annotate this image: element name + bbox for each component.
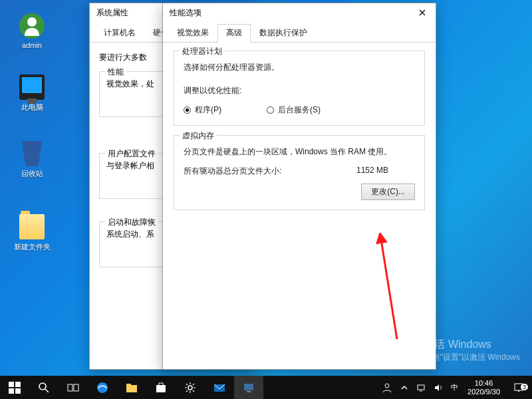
notification-badge: 3: [521, 384, 528, 390]
tray-clock[interactable]: 10:46 2020/9/30: [462, 379, 505, 395]
desktop-icon-new-folder[interactable]: 新建文件夹: [5, 213, 59, 252]
tray-people[interactable]: [378, 376, 396, 399]
ime-label: 中: [451, 382, 458, 392]
svg-point-14: [188, 386, 192, 390]
radio-icon: [267, 106, 274, 114]
volume-icon: [434, 383, 443, 392]
tab-advanced[interactable]: 高级: [217, 24, 251, 43]
close-button[interactable]: [409, 3, 436, 22]
desktop-icon-recycle-bin[interactable]: 回收站: [5, 140, 59, 179]
dialog-body: 处理器计划 选择如何分配处理器资源。 调整以优化性能: 程序(P) 后台服务(S…: [163, 43, 436, 227]
tab-computer-name[interactable]: 计算机名: [95, 24, 144, 43]
icon-label: 此电脑: [5, 102, 59, 112]
radio-label: 后台服务(S): [278, 104, 321, 116]
cpu-desc: 选择如何分配处理器资源。: [184, 62, 415, 73]
window-title: 系统属性: [96, 7, 128, 19]
tray-ime[interactable]: 中: [447, 376, 462, 399]
taskbar-app-store[interactable]: [146, 376, 176, 399]
radio-row: 程序(P) 后台服务(S): [184, 104, 415, 116]
desktop-icon-this-pc[interactable]: 此电脑: [5, 73, 59, 112]
tab-dep[interactable]: 数据执行保护: [251, 24, 316, 43]
svg-rect-12: [156, 385, 166, 392]
task-view-icon: [67, 382, 79, 394]
svg-rect-3: [9, 388, 14, 394]
group-legend: 处理器计划: [180, 46, 225, 57]
tab-bar: 视觉效果 高级 数据执行保护: [163, 23, 436, 43]
vm-size-row: 所有驱动器总分页文件大小: 1152 MB: [184, 166, 415, 177]
mail-icon: [213, 382, 225, 394]
start-button[interactable]: [0, 376, 29, 399]
group-legend: 用户配置文件: [105, 148, 158, 160]
optimize-label: 调整以优化性能:: [184, 85, 415, 96]
vm-size-label: 所有驱动器总分页文件大小:: [184, 166, 281, 177]
radio-label: 程序(P): [195, 104, 221, 116]
svg-rect-1: [9, 382, 14, 387]
people-icon: [382, 382, 392, 393]
window-title: 性能选项: [170, 7, 201, 19]
vm-desc: 分页文件是硬盘上的一块区域，Windows 当作 RAM 使用。: [184, 146, 415, 158]
recycle-bin-icon: [19, 141, 45, 166]
computer-icon: [19, 74, 45, 100]
close-icon: [419, 9, 426, 16]
icon-label: 新建文件夹: [5, 242, 59, 252]
svg-point-5: [39, 383, 46, 390]
group-processor-scheduling: 处理器计划 选择如何分配处理器资源。 调整以优化性能: 程序(P) 后台服务(S…: [174, 51, 425, 126]
tray-volume[interactable]: [430, 376, 447, 399]
svg-rect-16: [244, 384, 253, 390]
folder-icon: [19, 214, 45, 239]
taskbar-app-edge[interactable]: [88, 376, 117, 399]
windows-logo-icon: [9, 382, 21, 394]
clock-date: 2020/9/30: [467, 388, 500, 396]
svg-rect-7: [68, 384, 72, 391]
clock-time: 10:46: [467, 379, 500, 387]
search-button[interactable]: [29, 376, 59, 399]
group-legend: 性能: [105, 66, 126, 78]
taskbar-app-mail[interactable]: [205, 376, 234, 399]
button-row: 更改(C)...: [184, 184, 415, 200]
svg-line-6: [45, 389, 49, 392]
edge-icon: [96, 382, 108, 394]
taskbar: 中 10:46 2020/9/30 3: [0, 376, 532, 399]
tab-visual-effects[interactable]: 视觉效果: [168, 24, 217, 43]
vm-size-value: 1152 MB: [356, 166, 388, 177]
gear-icon: [184, 382, 196, 394]
radio-background-services[interactable]: 后台服务(S): [267, 104, 321, 116]
tray-notifications[interactable]: 3: [505, 382, 532, 393]
taskbar-app-system[interactable]: [234, 376, 263, 399]
dialog-performance-options: 性能选项 视觉效果 高级 数据执行保护 处理器计划 选择如何分配处理器资源。 调…: [162, 3, 436, 370]
svg-rect-8: [74, 384, 78, 391]
taskbar-app-explorer[interactable]: [117, 376, 146, 399]
radio-programs[interactable]: 程序(P): [184, 104, 221, 116]
svg-rect-4: [15, 388, 21, 394]
svg-rect-11: [126, 384, 131, 386]
network-icon: [416, 383, 426, 392]
desktop-icon-admin[interactable]: admin: [5, 12, 59, 49]
change-button[interactable]: 更改(C)...: [361, 184, 415, 200]
tray-network[interactable]: [412, 376, 430, 399]
icon-label: admin: [5, 41, 59, 49]
svg-point-18: [385, 384, 389, 388]
tray-chevron[interactable]: [396, 376, 412, 399]
system-icon: [243, 382, 255, 394]
svg-rect-17: [247, 391, 251, 392]
chevron-up-icon: [400, 384, 408, 392]
task-view-button[interactable]: [59, 376, 88, 399]
taskbar-app-settings[interactable]: [176, 376, 205, 399]
user-folder-icon: [19, 13, 45, 39]
store-icon: [155, 382, 167, 394]
group-legend: 启动和故障恢: [105, 217, 158, 228]
svg-rect-2: [15, 382, 21, 387]
radio-icon: [184, 106, 191, 114]
group-legend: 虚拟内存: [180, 130, 217, 142]
titlebar[interactable]: 性能选项: [163, 3, 436, 22]
file-explorer-icon: [126, 382, 138, 394]
system-tray: 中 10:46 2020/9/30 3: [378, 376, 532, 399]
icon-label: 回收站: [5, 169, 59, 179]
search-icon: [38, 382, 50, 394]
svg-rect-10: [126, 385, 137, 392]
svg-rect-19: [418, 385, 424, 390]
group-virtual-memory: 虚拟内存 分页文件是硬盘上的一块区域，Windows 当作 RAM 使用。 所有…: [174, 135, 425, 210]
